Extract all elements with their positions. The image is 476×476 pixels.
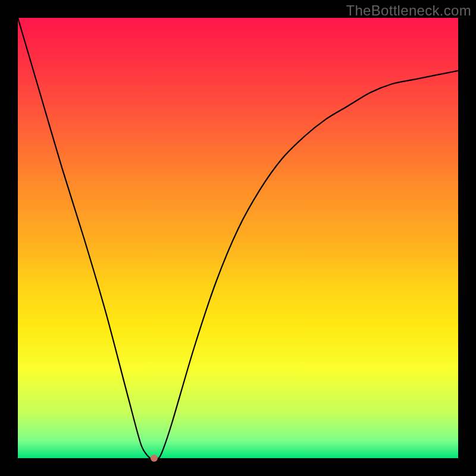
curve-svg bbox=[18, 18, 458, 458]
minimum-marker-dot bbox=[151, 455, 158, 462]
watermark-text: TheBottleneck.com bbox=[346, 2, 471, 19]
bottleneck-curve-path bbox=[18, 18, 458, 458]
plot-area bbox=[18, 18, 458, 458]
chart-frame: TheBottleneck.com bbox=[0, 0, 476, 476]
